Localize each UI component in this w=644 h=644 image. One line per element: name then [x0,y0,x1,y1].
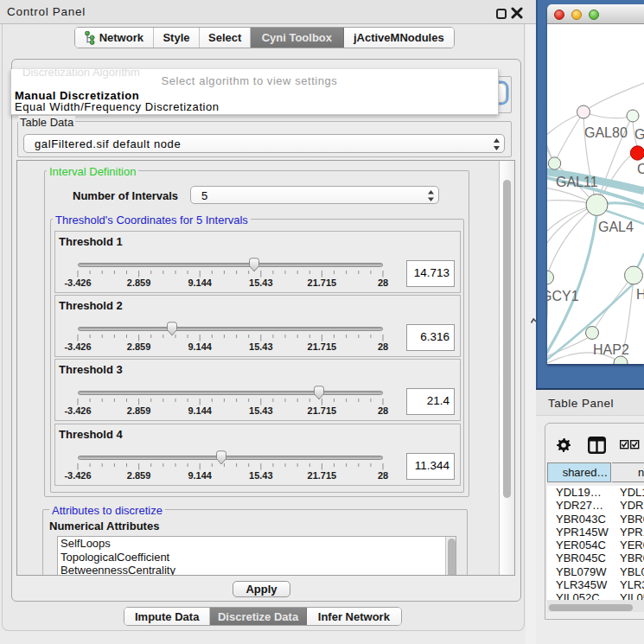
svg-text:C: C [637,162,644,176]
svg-text:HAP2: HAP2 [593,342,629,357]
svg-text:GAL80: GAL80 [584,125,628,140]
svg-text:GCY1: GCY1 [547,289,579,303]
svg-text:H: H [636,287,644,302]
svg-text:GAL11: GAL11 [556,175,598,189]
svg-text:GA: GA [634,127,644,142]
svg-text:GAL4: GAL4 [598,220,634,234]
